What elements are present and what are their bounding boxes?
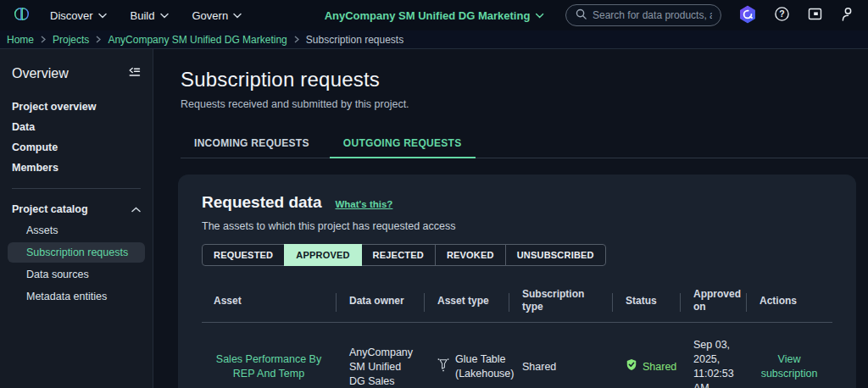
menu-govern[interactable]: Govern [192, 9, 242, 22]
column-header-data-owner[interactable]: Data owner [336, 283, 424, 322]
sidebar-item-data[interactable]: Data [0, 117, 153, 137]
asset-type-label: Glue Table (Lakehouse) [455, 352, 514, 381]
cell-actions: View subscription [746, 323, 832, 388]
column-header-asset[interactable]: Asset [202, 283, 336, 322]
filter-requested-button[interactable]: REQUESTED [202, 244, 285, 266]
user-profile-icon [840, 6, 856, 25]
content-layout: Overview Project overview Data Compute M… [0, 49, 868, 388]
chevron-right-icon [294, 36, 299, 43]
collapse-sidebar-button[interactable] [128, 67, 141, 80]
sidebar-section-label: Project catalog [12, 203, 88, 215]
cell-approved-on: Sep 03, 2025, 11:02:53 AM [680, 323, 746, 388]
breadcrumb: Home Projects AnyCompany SM Unified DG M… [0, 30, 868, 49]
primary-menus: Discover Build Govern [50, 9, 242, 22]
project-selector-label: AnyCompany SM Unified DG Marketing [325, 9, 531, 22]
column-header-approved-on[interactable]: Approved on [680, 283, 746, 322]
sidebar-item-compute[interactable]: Compute [0, 137, 153, 158]
app-logo-icon [12, 5, 31, 25]
glue-table-icon [437, 358, 449, 376]
breadcrumb-projects[interactable]: Projects [53, 34, 89, 46]
sidebar-section-project-catalog[interactable]: Project catalog [0, 199, 153, 219]
chevron-up-icon [131, 202, 141, 215]
sidebar-title: Overview [12, 66, 69, 81]
sidebar-item-members[interactable]: Members [0, 158, 153, 178]
sidebar-item-metadata-entities[interactable]: Metadata entities [8, 286, 145, 307]
cell-asset: Sales Performance By REP And Temp [202, 323, 336, 388]
feedback-button[interactable] [807, 6, 823, 25]
menu-discover-label: Discover [50, 9, 93, 22]
help-button[interactable]: ? [774, 6, 790, 25]
sidebar-divider [12, 188, 141, 189]
cell-status: Shared [612, 323, 680, 388]
filter-approved-button[interactable]: APPROVED [284, 244, 361, 266]
whats-this-link[interactable]: What's this? [335, 199, 392, 209]
requests-tabs: INCOMING REQUESTS OUTGOING REQUESTS [181, 132, 868, 158]
page-title: Subscription requests [181, 68, 868, 91]
chevron-down-icon [535, 13, 543, 19]
menu-govern-label: Govern [192, 9, 229, 22]
chevron-down-icon [233, 13, 242, 19]
filter-revoked-button[interactable]: REVOKED [435, 244, 506, 266]
topnav-right-group: ? [565, 4, 856, 26]
collapse-sidebar-icon [128, 67, 141, 80]
top-navigation: Discover Build Govern AnyCompany SM Unif… [0, 0, 868, 30]
tab-outgoing-requests[interactable]: OUTGOING REQUESTS [330, 132, 476, 158]
side-navigation: Overview Project overview Data Compute M… [0, 49, 153, 388]
page-subtitle: Requests received and submitted by this … [181, 98, 868, 110]
app-window: Discover Build Govern AnyCompany SM Unif… [0, 0, 868, 388]
breadcrumb-project-name[interactable]: AnyCompany SM Unified DG Marketing [108, 34, 287, 46]
column-header-status[interactable]: Status [612, 283, 680, 322]
feedback-icon [807, 6, 823, 25]
panel-header: Requested data What's this? [202, 193, 832, 212]
menu-build-label: Build [131, 9, 155, 22]
chevron-right-icon [41, 36, 46, 43]
help-icon: ? [774, 6, 790, 25]
menu-discover[interactable]: Discover [50, 9, 107, 22]
sidebar-item-project-overview[interactable]: Project overview [0, 97, 153, 117]
cell-asset-type: Glue Table (Lakehouse) [424, 323, 509, 388]
app-logo[interactable] [12, 5, 31, 25]
chevron-down-icon [98, 13, 107, 19]
search-input[interactable] [593, 9, 712, 21]
breadcrumb-home[interactable]: Home [7, 34, 34, 46]
amazon-q-icon [738, 5, 757, 26]
status-filter-group: REQUESTED APPROVED REJECTED REVOKED UNSU… [202, 244, 832, 266]
shield-check-icon [626, 358, 637, 375]
svg-text:?: ? [779, 8, 784, 19]
panel-title: Requested data [202, 193, 321, 212]
menu-build[interactable]: Build [131, 9, 169, 22]
chevron-down-icon [160, 13, 169, 19]
table-row: Sales Performance By REP And Temp AnyCom… [202, 323, 832, 388]
user-profile-button[interactable] [840, 6, 856, 25]
column-header-subscription-type[interactable]: Subscription type [509, 283, 612, 322]
requests-table: Asset Data owner Asset type Subscription… [202, 283, 832, 388]
main-content: Subscription requests Requests received … [153, 49, 868, 388]
project-selector[interactable]: AnyCompany SM Unified DG Marketing [325, 9, 544, 22]
search-icon [575, 8, 587, 23]
sidebar-item-data-sources[interactable]: Data sources [8, 264, 145, 285]
chevron-right-icon [96, 36, 101, 43]
view-subscription-link[interactable]: View subscription [754, 352, 824, 381]
sidebar-item-subscription-requests[interactable]: Subscription requests [8, 242, 145, 263]
breadcrumb-current-page: Subscription requests [306, 34, 403, 46]
sidebar-item-assets[interactable]: Assets [8, 220, 145, 241]
global-search[interactable] [565, 4, 721, 26]
panel-description: The assets to which this project has req… [202, 220, 832, 232]
cell-data-owner: AnyCompany SM Unified DG Sales [336, 323, 424, 388]
status-badge: Shared [643, 360, 676, 374]
column-header-asset-type[interactable]: Asset type [424, 283, 509, 322]
filter-rejected-button[interactable]: REJECTED [361, 244, 436, 266]
column-header-actions[interactable]: Actions [746, 283, 832, 322]
tab-incoming-requests[interactable]: INCOMING REQUESTS [181, 132, 323, 158]
cell-subscription-type: Shared [509, 323, 612, 388]
filter-unsubscribed-button[interactable]: UNSUBSCRIBED [505, 244, 606, 266]
requested-data-panel: Requested data What's this? The assets t… [178, 175, 856, 388]
sidebar-header: Overview [0, 66, 153, 81]
table-header-row: Asset Data owner Asset type Subscription… [202, 283, 832, 323]
amazon-q-button[interactable] [738, 5, 757, 26]
asset-link[interactable]: Sales Performance By REP And Temp [210, 352, 327, 381]
